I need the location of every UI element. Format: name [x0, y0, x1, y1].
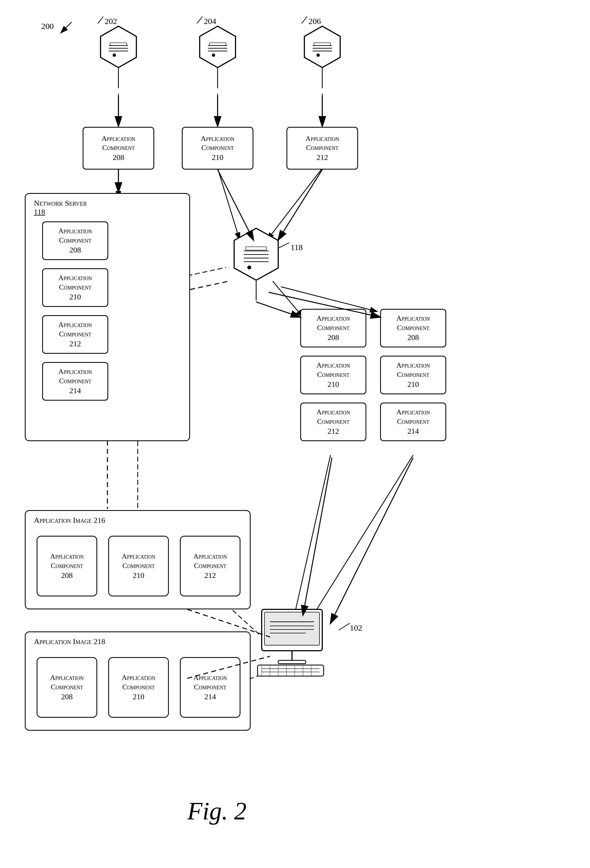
- ref-204-arrow: [194, 15, 205, 26]
- ref-102-arrow: [337, 620, 353, 632]
- top-comp-210: Application Component 210: [182, 127, 253, 170]
- svg-line-15: [60, 22, 72, 33]
- svg-point-30: [212, 53, 215, 57]
- app-image-216-title: Application Image 216: [34, 516, 105, 525]
- svg-rect-56: [278, 660, 306, 664]
- server-icon-202: [94, 25, 143, 96]
- rc2-comp-208: Application Component 208: [380, 309, 446, 347]
- svg-line-9: [281, 287, 377, 311]
- svg-marker-33: [305, 26, 340, 68]
- svg-line-48: [278, 243, 289, 248]
- ref-200: 200: [41, 22, 54, 31]
- figure-label: Fig. 2: [187, 797, 247, 825]
- ns-comp-212: Application Component 212: [42, 315, 108, 354]
- svg-point-23: [113, 53, 116, 57]
- app-image-216-container: Application Image 216 Application Compon…: [25, 510, 251, 610]
- app-image-218-title: Application Image 218: [34, 637, 105, 646]
- ref-206: 206: [309, 16, 321, 26]
- svg-line-18: [302, 16, 307, 24]
- svg-line-13: [292, 455, 331, 626]
- ref-118-arrow: [275, 240, 292, 251]
- svg-line-17: [197, 16, 202, 24]
- svg-point-37: [316, 53, 320, 57]
- ai216-comp-210: Application Component 210: [108, 536, 169, 596]
- client-computer-102: [256, 607, 339, 678]
- svg-marker-26: [200, 26, 235, 68]
- center-server-118: [226, 226, 287, 303]
- ai216-comp-212: Application Component 212: [180, 536, 240, 596]
- ns-comp-208: Application Component 208: [42, 221, 108, 260]
- ref-204: 204: [204, 16, 216, 26]
- ref-118-center: 118: [291, 243, 303, 252]
- top-comp-212: Application Component 212: [287, 127, 358, 170]
- ref-202-arrow: [95, 15, 106, 26]
- ai218-comp-210: Application Component 210: [108, 657, 169, 718]
- svg-rect-57: [257, 665, 324, 676]
- ref-206-arrow: [299, 15, 310, 26]
- ns-comp-214: Application Component 214: [42, 362, 108, 401]
- svg-line-14: [303, 455, 413, 632]
- app-image-218-container: Application Image 218 Application Compon…: [25, 632, 251, 731]
- svg-line-82: [331, 458, 413, 623]
- svg-point-45: [247, 266, 251, 269]
- svg-line-76: [256, 302, 300, 317]
- ai218-comp-214: Application Component 214: [180, 657, 240, 718]
- svg-line-67: [339, 623, 350, 630]
- network-server-title: Network Server 118: [34, 199, 87, 217]
- rc2-comp-210: Application Component 210: [380, 356, 446, 394]
- svg-rect-50: [265, 612, 319, 645]
- diagram-container: { "figure": { "label": "Fig. 2", "ref_20…: [0, 0, 590, 868]
- svg-line-81: [303, 458, 332, 615]
- svg-line-7: [187, 267, 226, 276]
- rc2-comp-214: Application Component 214: [380, 403, 446, 441]
- svg-marker-19: [100, 26, 136, 68]
- rc1-comp-212: Application Component 212: [300, 403, 366, 441]
- ref-202: 202: [104, 16, 117, 26]
- server-icon-204: [193, 25, 243, 96]
- svg-line-16: [98, 16, 103, 24]
- rc1-comp-210: Application Component 210: [300, 356, 366, 394]
- ns-comp-210: Application Component 210: [42, 268, 108, 307]
- ai216-comp-208: Application Component 208: [37, 536, 97, 596]
- top-comp-208: Application Component 208: [82, 127, 154, 170]
- svg-line-75: [190, 281, 229, 289]
- ai218-comp-208: Application Component 208: [37, 657, 97, 718]
- rc1-comp-208: Application Component 208: [300, 309, 366, 347]
- ref-200-arrow: [55, 19, 77, 36]
- network-server-container: Network Server 118 Application Component…: [25, 193, 190, 441]
- server-icon-206: [297, 25, 347, 96]
